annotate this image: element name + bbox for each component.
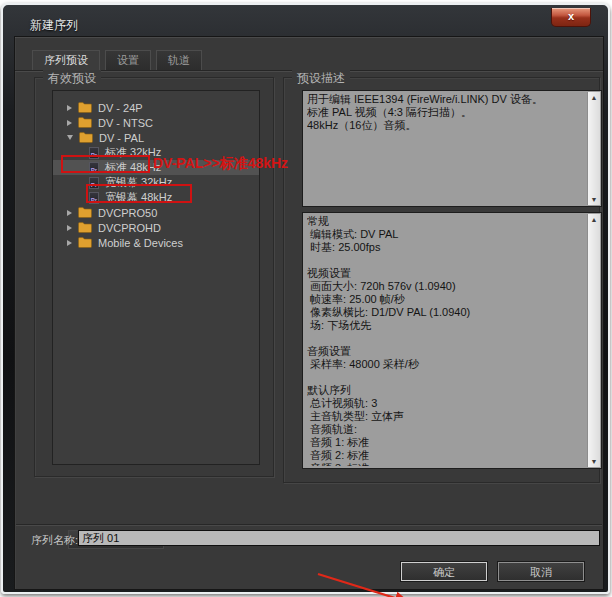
tree-item-dvcpro50[interactable]: DVCPRO50 — [53, 205, 259, 220]
tree-item-mobile-devices[interactable]: Mobile & Devices — [53, 235, 259, 250]
divider — [16, 524, 602, 526]
close-button[interactable]: x — [551, 8, 591, 27]
chevron-right-icon[interactable] — [67, 240, 72, 246]
available-presets-group: 有效预设 DV - 24P DV - NTSC — [34, 77, 274, 477]
tab-sequence-presets[interactable]: 序列预设 — [32, 50, 100, 70]
preset-tree: DV - 24P DV - NTSC DV - PAL Pr — [52, 90, 260, 465]
premiere-preset-icon: Pr — [89, 177, 99, 189]
screenshot: 新建序列 x 序列预设 设置 轨道 有效预设 DV - 24P — [0, 0, 612, 597]
tree-item-label: DV - 24P — [98, 102, 143, 114]
preset-summary-text: 用于编辑 IEEE1394 (FireWire/i.LINK) DV 设备。 标… — [307, 93, 584, 204]
sequence-name-label: 序列名称: — [31, 533, 78, 548]
tree-item-label: 标准 48kHz — [105, 160, 161, 175]
tree-item-dv24p[interactable]: DV - 24P — [53, 100, 259, 115]
scrollbar[interactable]: ▲ ▼ — [587, 92, 600, 205]
tree-item-dvcprohd[interactable]: DVCPROHD — [53, 220, 259, 235]
preset-details-box: 常规 编辑模式: DV PAL 时基: 25.00fps 视频设置 画面大小: … — [302, 212, 602, 469]
tree-item-label: 标准 32kHz — [105, 145, 161, 160]
scrollbar[interactable]: ▲ ▼ — [587, 214, 600, 467]
chevron-right-icon[interactable] — [67, 210, 72, 216]
preset-details-text: 常规 编辑模式: DV PAL 时基: 25.00fps 视频设置 画面大小: … — [307, 215, 584, 466]
tab-settings[interactable]: 设置 — [105, 50, 151, 70]
folder-open-icon — [79, 132, 93, 143]
folder-icon — [78, 102, 92, 113]
tree-item-label: Mobile & Devices — [98, 237, 183, 249]
tree-item-widescreen-32khz[interactable]: Pr 宽银幕 32kHz — [53, 175, 259, 190]
tree-item-label: 宽银幕 48kHz — [105, 190, 172, 205]
scroll-down-icon[interactable]: ▼ — [588, 194, 600, 205]
tree-item-widescreen-48khz[interactable]: Pr 宽银幕 48kHz — [53, 190, 259, 205]
sequence-name-input[interactable] — [78, 530, 600, 546]
cancel-button[interactable]: 取消 — [498, 562, 584, 581]
chevron-right-icon[interactable] — [67, 105, 72, 111]
folder-icon — [78, 237, 92, 248]
scroll-up-icon[interactable]: ▲ — [588, 92, 600, 103]
window-title: 新建序列 — [30, 17, 78, 34]
tree-item-label: DV - PAL — [99, 132, 144, 144]
available-presets-title: 有效预设 — [43, 70, 101, 87]
dialog-content: 序列预设 设置 轨道 有效预设 DV - 24P — [14, 36, 604, 590]
preset-description-title: 预设描述 — [292, 70, 350, 87]
tree-item-label: DVCPROHD — [98, 222, 161, 234]
scroll-down-icon[interactable]: ▼ — [588, 456, 600, 467]
tab-strip: 序列预设 设置 轨道 — [32, 50, 202, 70]
premiere-preset-icon: Pr — [89, 162, 99, 174]
folder-icon — [78, 117, 92, 128]
chevron-down-icon[interactable] — [67, 135, 73, 140]
premiere-preset-icon: Pr — [89, 147, 99, 159]
new-sequence-dialog: 新建序列 x 序列预设 设置 轨道 有效预设 DV - 24P — [1, 3, 610, 594]
ok-button[interactable]: 确定 — [401, 562, 487, 581]
tree-item-label: DVCPRO50 — [98, 207, 157, 219]
tree-item-label: DV - NTSC — [98, 117, 153, 129]
tree-item-dvntsc[interactable]: DV - NTSC — [53, 115, 259, 130]
title-bar[interactable]: 新建序列 x — [6, 8, 605, 36]
tree-item-standard-48khz[interactable]: Pr 标准 48kHz — [53, 160, 259, 175]
tab-tracks[interactable]: 轨道 — [156, 50, 202, 70]
folder-icon — [78, 222, 92, 233]
preset-summary-box: 用于编辑 IEEE1394 (FireWire/i.LINK) DV 设备。 标… — [302, 90, 602, 207]
folder-icon — [78, 207, 92, 218]
chevron-right-icon[interactable] — [67, 225, 72, 231]
tree-item-label: 宽银幕 32kHz — [105, 175, 172, 190]
tree-item-standard-32khz[interactable]: Pr 标准 32kHz — [53, 145, 259, 160]
tree-item-dvpal[interactable]: DV - PAL — [53, 130, 259, 145]
preset-description-group: 预设描述 用于编辑 IEEE1394 (FireWire/i.LINK) DV … — [283, 77, 600, 483]
chevron-right-icon[interactable] — [67, 120, 72, 126]
premiere-preset-icon: Pr — [89, 192, 99, 204]
scroll-up-icon[interactable]: ▲ — [588, 214, 600, 225]
